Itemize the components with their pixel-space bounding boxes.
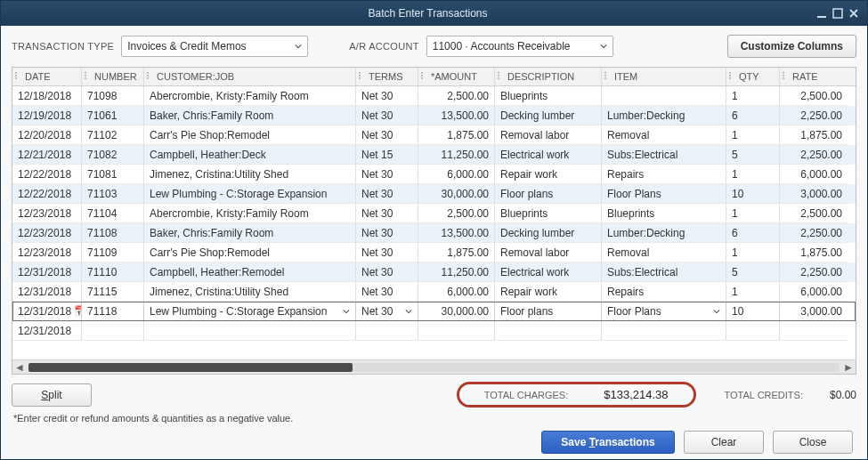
col-header-date[interactable]: DATE bbox=[12, 68, 82, 85]
scroll-left-icon[interactable]: ◄ bbox=[12, 361, 27, 374]
cell[interactable]: Net 30 bbox=[356, 223, 418, 243]
table-row[interactable]: 12/20/201871102Carr's Pie Shop:RemodelNe… bbox=[12, 125, 856, 145]
col-header-customer[interactable]: CUSTOMER:JOB bbox=[144, 68, 356, 85]
cell[interactable]: Removal bbox=[602, 125, 726, 145]
cell[interactable]: Campbell, Heather:Remodel bbox=[144, 262, 356, 282]
col-header-item[interactable]: ITEM bbox=[602, 68, 726, 85]
table-row[interactable]: 12/31/2018📅71118Lew Plumbing - C:Storage… bbox=[12, 302, 856, 321]
cell[interactable]: Net 30 bbox=[356, 302, 418, 321]
cell[interactable]: 30,000.00 bbox=[418, 184, 495, 204]
table-row[interactable]: 12/31/201871110Campbell, Heather:Remodel… bbox=[12, 262, 856, 282]
cell[interactable]: 1 bbox=[726, 204, 780, 223]
customize-columns-button[interactable]: Customize Columns bbox=[727, 35, 856, 58]
cell[interactable]: Net 30 bbox=[356, 262, 418, 282]
cell[interactable]: 13,500.00 bbox=[418, 223, 495, 243]
table-row[interactable]: 12/22/201871103Lew Plumbing - C:Storage … bbox=[12, 184, 856, 204]
cell[interactable]: Subs:Electrical bbox=[602, 262, 726, 282]
table-row[interactable]: 12/18/201871098Abercrombie, Kristy:Famil… bbox=[12, 86, 856, 106]
cell[interactable]: 13,500.00 bbox=[418, 106, 495, 125]
cell[interactable]: Net 30 bbox=[356, 184, 418, 204]
cell[interactable]: 6,000.00 bbox=[780, 282, 848, 302]
close-button[interactable]: Close bbox=[773, 431, 853, 454]
cell[interactable]: 2,500.00 bbox=[780, 86, 848, 106]
cell[interactable]: Abercrombie, Kristy:Family Room bbox=[144, 204, 356, 223]
cell[interactable] bbox=[356, 321, 418, 341]
cell[interactable]: Repairs bbox=[602, 282, 726, 302]
cell[interactable]: Decking lumber bbox=[495, 106, 602, 125]
save-transactions-button[interactable]: Save Transactions bbox=[541, 431, 675, 454]
cell[interactable]: 1,875.00 bbox=[418, 125, 495, 145]
cell[interactable]: Electrical work bbox=[495, 262, 602, 282]
cell[interactable]: 71118 bbox=[82, 302, 144, 321]
table-row[interactable]: 12/23/201871104Abercrombie, Kristy:Famil… bbox=[12, 204, 856, 223]
cell[interactable]: Blueprints bbox=[495, 86, 602, 106]
table-row[interactable]: 12/31/2018 bbox=[12, 321, 856, 341]
cell[interactable]: Floor Plans bbox=[602, 302, 726, 321]
cell[interactable]: 3,000.00 bbox=[780, 302, 848, 321]
cell[interactable]: 71115 bbox=[82, 282, 144, 302]
cell[interactable]: Electrical work bbox=[495, 145, 602, 165]
cell[interactable]: Subs:Electrical bbox=[602, 145, 726, 165]
cell[interactable]: Net 30 bbox=[356, 243, 418, 262]
cell[interactable]: Net 30 bbox=[356, 86, 418, 106]
cell[interactable]: Floor plans bbox=[495, 184, 602, 204]
cell[interactable]: Net 30 bbox=[356, 282, 418, 302]
cell[interactable]: 2,250.00 bbox=[780, 145, 848, 165]
cell[interactable]: 71098 bbox=[82, 86, 144, 106]
cell[interactable]: Floor plans bbox=[495, 302, 602, 321]
cell[interactable]: 12/23/2018 bbox=[12, 243, 82, 262]
col-header-rate[interactable]: RATE bbox=[780, 68, 848, 85]
ar-account-dropdown[interactable]: 11000 · Accounts Receivable bbox=[426, 36, 613, 57]
cell[interactable]: 1 bbox=[726, 86, 780, 106]
cell[interactable]: 71110 bbox=[82, 262, 144, 282]
cell[interactable]: Decking lumber bbox=[495, 223, 602, 243]
cell[interactable]: Floor Plans bbox=[602, 184, 726, 204]
calendar-icon[interactable]: 📅 bbox=[74, 305, 82, 318]
cell[interactable]: 12/31/2018📅 bbox=[12, 302, 82, 321]
table-row[interactable]: 12/31/201871115Jimenez, Cristina:Utility… bbox=[12, 282, 856, 302]
cell[interactable]: 1,875.00 bbox=[780, 125, 848, 145]
cell[interactable]: 12/19/2018 bbox=[12, 106, 82, 125]
chevron-down-icon[interactable] bbox=[343, 305, 350, 318]
cell[interactable]: 71109 bbox=[82, 243, 144, 262]
table-row[interactable]: 12/22/201871081Jimenez, Cristina:Utility… bbox=[12, 165, 856, 184]
cell[interactable]: Jimenez, Cristina:Utility Shed bbox=[144, 282, 356, 302]
cell[interactable]: 2,500.00 bbox=[418, 86, 495, 106]
cell[interactable] bbox=[726, 321, 780, 341]
cell[interactable]: 71082 bbox=[82, 145, 144, 165]
cell[interactable]: 6,000.00 bbox=[780, 165, 848, 184]
cell[interactable]: 71102 bbox=[82, 125, 144, 145]
scroll-right-icon[interactable]: ► bbox=[841, 361, 856, 374]
cell[interactable]: Net 30 bbox=[356, 165, 418, 184]
cell[interactable]: 12/23/2018 bbox=[12, 204, 82, 223]
cell[interactable]: 12/31/2018 bbox=[12, 262, 82, 282]
cell[interactable]: 2,250.00 bbox=[780, 106, 848, 125]
cell[interactable]: 5 bbox=[726, 262, 780, 282]
cell[interactable]: Baker, Chris:Family Room bbox=[144, 223, 356, 243]
cell[interactable]: Lumber:Decking bbox=[602, 223, 726, 243]
col-header-description[interactable]: DESCRIPTION bbox=[495, 68, 602, 85]
cell[interactable]: Net 30 bbox=[356, 125, 418, 145]
cell[interactable] bbox=[495, 321, 602, 341]
cell[interactable]: Carr's Pie Shop:Remodel bbox=[144, 243, 356, 262]
cell[interactable]: Lew Plumbing - C:Storage Expansion bbox=[144, 184, 356, 204]
maximize-icon[interactable] bbox=[830, 6, 846, 20]
cell[interactable]: 12/31/2018 bbox=[12, 282, 82, 302]
split-button[interactable]: Split bbox=[12, 383, 92, 407]
cell[interactable]: Blueprints bbox=[495, 204, 602, 223]
cell[interactable]: 11,250.00 bbox=[418, 262, 495, 282]
col-header-amount[interactable]: *AMOUNT bbox=[418, 68, 495, 85]
cell[interactable]: 1,875.00 bbox=[418, 243, 495, 262]
table-row[interactable]: 12/23/201871109Carr's Pie Shop:RemodelNe… bbox=[12, 243, 856, 262]
cell[interactable]: 12/21/2018 bbox=[12, 145, 82, 165]
cell[interactable]: 6 bbox=[726, 223, 780, 243]
cell[interactable]: 12/23/2018 bbox=[12, 223, 82, 243]
cell[interactable]: Lumber:Decking bbox=[602, 106, 726, 125]
cell[interactable]: Baker, Chris:Family Room bbox=[144, 106, 356, 125]
chevron-down-icon[interactable] bbox=[405, 305, 412, 318]
cell[interactable]: 6,000.00 bbox=[418, 165, 495, 184]
horizontal-scrollbar[interactable]: ◄ ► bbox=[12, 359, 856, 374]
cell[interactable]: 12/22/2018 bbox=[12, 165, 82, 184]
cell[interactable]: 10 bbox=[726, 302, 780, 321]
cell[interactable]: 12/22/2018 bbox=[12, 184, 82, 204]
